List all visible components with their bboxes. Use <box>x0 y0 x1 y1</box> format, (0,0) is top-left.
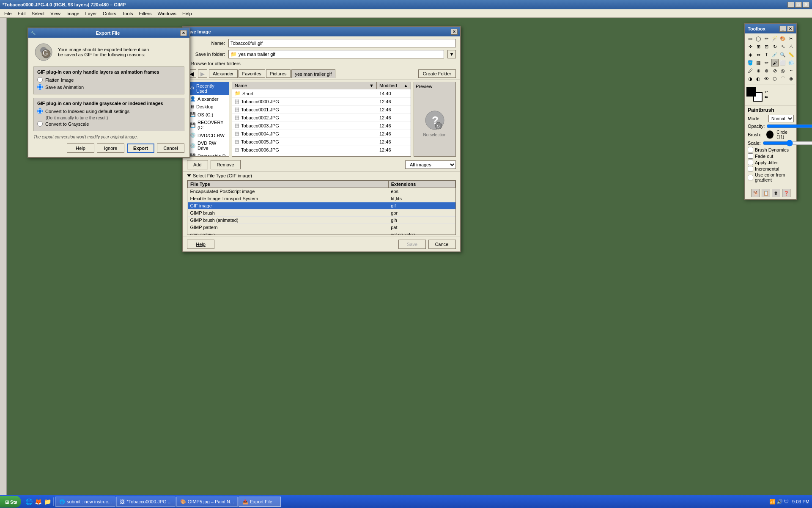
clock[interactable]: 9:03 PM <box>792 499 809 504</box>
file-type-gih[interactable]: GIMP brush (animated) gih <box>188 217 455 224</box>
tool-magnify[interactable]: 🔍 <box>779 51 787 58</box>
tool-select-by-color[interactable]: 🎨 <box>779 35 787 42</box>
menu-layer[interactable]: Layer <box>83 11 100 17</box>
file-row-0006[interactable]: 🖼Tobacco0006.JPG 12:46 <box>232 146 411 154</box>
maximize-btn[interactable]: □ <box>795 2 802 8</box>
tool-move[interactable]: ✛ <box>746 43 754 50</box>
save-help-btn[interactable]: Help <box>187 240 214 249</box>
breadcrumb-alexander[interactable]: Alexander <box>209 69 238 78</box>
minimize-btn[interactable]: _ <box>787 2 794 8</box>
tool-scale[interactable]: ⤡ <box>779 43 787 50</box>
save-close-btn[interactable]: ✕ <box>451 29 458 35</box>
save-save-btn[interactable]: Save <box>398 240 426 249</box>
start-button[interactable]: ⊞ Start <box>0 496 21 508</box>
breadcrumb-pictures[interactable]: Pictures <box>266 69 291 78</box>
taskbar-item-submit[interactable]: 🌐 submit : new instruc... <box>55 497 115 507</box>
close-btn[interactable]: ✕ <box>803 2 809 8</box>
tool-path[interactable]: ⌒ <box>779 75 787 83</box>
file-row-0001[interactable]: 🖼Tobacco0001.JPG 12:46 <box>232 106 411 114</box>
file-type-gzip[interactable]: gzip archive xcf.gz,xcfgz <box>188 231 455 235</box>
menu-tools[interactable]: Tools <box>120 11 136 17</box>
scale-slider[interactable] <box>763 141 812 145</box>
export-cancel-btn[interactable]: Cancel <box>157 144 184 153</box>
menu-view[interactable]: View <box>48 11 63 17</box>
tool-scissors[interactable]: ✂ <box>787 35 795 42</box>
incremental-checkbox[interactable] <box>748 166 753 171</box>
menu-windows[interactable]: Windows <box>155 11 179 17</box>
ie-icon[interactable]: 🌐 <box>25 497 33 506</box>
tool-measure[interactable]: 📏 <box>787 51 795 58</box>
file-type-gbr[interactable]: GIMP brush gbr <box>188 210 455 217</box>
remove-btn[interactable]: Remove <box>211 160 241 169</box>
tool-eraser[interactable]: ⬜ <box>779 59 787 66</box>
breadcrumb-favorites[interactable]: Favorites <box>239 69 265 78</box>
add-btn[interactable]: Add <box>187 160 208 169</box>
places-item-recently-used[interactable]: ⏱ Recently Used <box>187 82 229 95</box>
file-row-0004[interactable]: 🖼Tobacco0004.JPG 12:46 <box>232 130 411 138</box>
delete-icon[interactable]: 🗑 <box>772 189 780 197</box>
export-ignore-btn[interactable]: Ignore <box>97 144 124 153</box>
menu-edit[interactable]: Edit <box>15 11 28 17</box>
file-type-header[interactable]: Select File Type (GIF image) <box>187 173 456 178</box>
tool-crop[interactable]: ⊡ <box>763 43 771 50</box>
places-item-dvd-rw-drive[interactable]: 💿 DVD RW Drive <box>187 139 229 152</box>
swap-colors-icon[interactable]: ⇆ <box>765 95 768 99</box>
file-row-0000[interactable]: 🖼Tobacco0000.JPG 12:46 <box>232 98 411 106</box>
security-icon[interactable]: 🛡 <box>784 499 789 505</box>
tool-rotate[interactable]: ↻ <box>771 43 779 50</box>
tool-heal[interactable]: ⊛ <box>763 67 771 75</box>
col-name-header[interactable]: Name ▼ <box>232 82 377 89</box>
file-row-0003[interactable]: 🖼Tobacco0003.JPG 12:46 <box>232 122 411 130</box>
folder-dropdown-btn[interactable]: ▼ <box>447 50 456 58</box>
firefox-icon[interactable]: 🦊 <box>34 497 42 506</box>
export-close-btn[interactable]: ✕ <box>180 30 187 36</box>
tool-perspective[interactable]: ◈ <box>746 51 754 58</box>
foreground-color-swatch[interactable] <box>746 87 756 97</box>
menu-help[interactable]: Help <box>180 11 195 17</box>
menu-image[interactable]: Image <box>64 11 82 17</box>
tool-paintbrush[interactable]: 🖌 <box>771 59 779 66</box>
fade-out-checkbox[interactable] <box>748 153 753 159</box>
radio-flatten[interactable] <box>37 77 43 83</box>
toolbox-minimize-btn[interactable]: _ <box>779 26 786 32</box>
tool-warp[interactable]: ⬡ <box>771 75 779 83</box>
toolbox-close-btn[interactable]: ✕ <box>787 26 794 32</box>
folder-icon-quick[interactable]: 📁 <box>43 497 52 506</box>
export-export-btn[interactable]: Export <box>127 144 154 153</box>
menu-filters[interactable]: Filters <box>137 11 154 17</box>
menu-select[interactable]: Select <box>29 11 47 17</box>
filter-dropdown[interactable]: All images <box>405 160 456 169</box>
tool-dodge-burn[interactable]: ◑ <box>746 75 754 83</box>
tool-ellipse-select[interactable]: ◯ <box>754 35 762 42</box>
menu-colors[interactable]: Colors <box>100 11 119 17</box>
nav-forward-btn[interactable]: ▶ <box>198 69 207 78</box>
network-icon[interactable]: 📶 <box>769 499 776 505</box>
tool-red-eye[interactable]: 👁 <box>763 75 771 83</box>
tool-flip[interactable]: ⇔ <box>754 51 762 58</box>
brush-dynamics-checkbox[interactable] <box>748 147 753 152</box>
radio-animation[interactable] <box>37 84 43 90</box>
taskbar-item-export[interactable]: 📤 Export File <box>239 497 281 507</box>
file-row-short[interactable]: 📁Short 14:40 <box>232 89 411 98</box>
taskbar-item-tobacco[interactable]: 🖼 *Tobacco0000.JPG ... <box>116 497 175 507</box>
tool-shear[interactable]: ⧊ <box>787 43 795 50</box>
tool-airbrush[interactable]: 💨 <box>787 59 795 66</box>
tool-align[interactable]: ⊞ <box>754 43 762 50</box>
tool-fuzzy-select[interactable]: 🪄 <box>771 35 779 42</box>
places-item-recovery-d[interactable]: 💾 RECOVERY (D: <box>187 119 229 131</box>
tool-text[interactable]: T <box>763 51 771 58</box>
places-item-alexander[interactable]: 👤 Alexander <box>187 95 229 103</box>
save-cancel-btn[interactable]: Cancel <box>428 240 456 249</box>
menu-file[interactable]: File <box>2 11 14 17</box>
file-row-0002[interactable]: 🖼Tobacco0002.JPG 12:46 <box>232 114 411 122</box>
tool-blend[interactable]: ▦ <box>754 59 762 66</box>
tool-rect-select[interactable]: ▭ <box>746 35 754 42</box>
tool-iscissors[interactable]: ⊗ <box>787 75 795 83</box>
mode-dropdown[interactable]: Normal <box>768 115 794 122</box>
help-icon[interactable]: ❓ <box>782 189 790 197</box>
places-item-os-c[interactable]: 💾 OS (C:) <box>187 110 229 119</box>
places-item-desktop[interactable]: 🖥 Desktop <box>187 103 229 110</box>
tool-bucket-fill[interactable]: 🪣 <box>746 59 754 66</box>
file-type-eps[interactable]: Encapsulated PostScript image eps <box>188 188 455 195</box>
file-row-0007[interactable]: 🖼Tobacco0007.JPG 12:46 <box>232 154 411 157</box>
